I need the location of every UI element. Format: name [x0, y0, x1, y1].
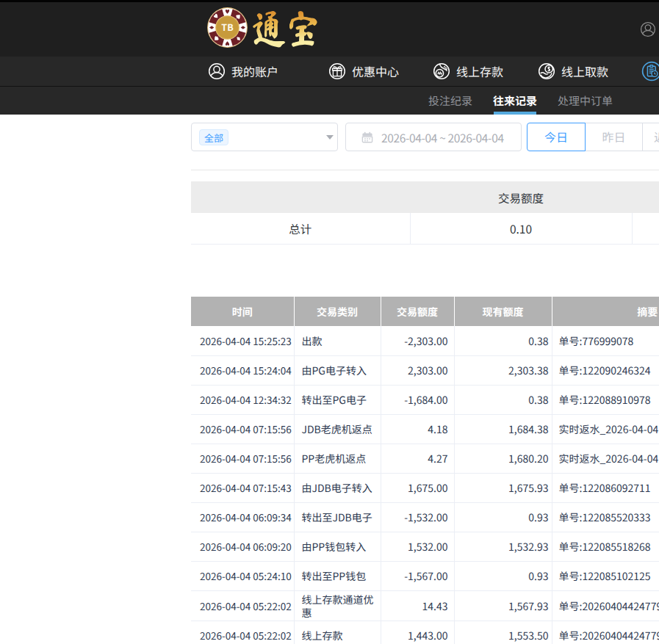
svg-text:TB: TB: [221, 20, 233, 34]
